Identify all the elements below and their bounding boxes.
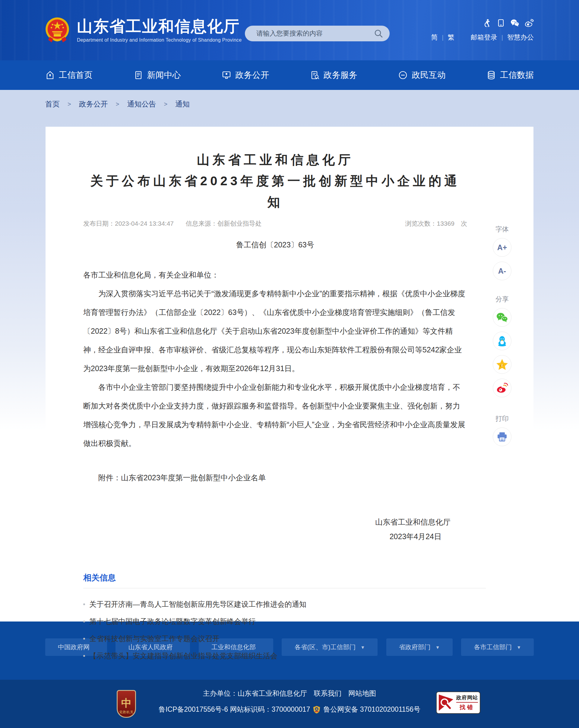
- nav-item-home[interactable]: 工信首页: [45, 70, 92, 81]
- search-icon: [374, 29, 383, 38]
- nav-label: 工信首页: [59, 70, 92, 81]
- bullet-icon: [83, 603, 85, 605]
- smart-office-link[interactable]: 智慧办公: [507, 33, 534, 42]
- page-title: 山东省工业和信息化厅 关于公布山东省2023年度第一批创新型中小企业的通知: [83, 149, 467, 213]
- font-decrease-button[interactable]: A-: [493, 262, 512, 280]
- nav-label: 政务公开: [235, 70, 269, 81]
- related-info-text: 第十七届中国电子政务论坛暨数字变革创新峰会举行: [89, 617, 256, 626]
- print-button[interactable]: [493, 427, 512, 446]
- nav-label: 工信数据: [500, 70, 534, 81]
- nav-item-disclosure[interactable]: 政务公开: [222, 70, 269, 81]
- error-report-magnifier-icon: [438, 694, 454, 711]
- related-info-link[interactable]: 【示范带头】安文建指导创新创业指导处党支部组织生活会: [83, 647, 486, 664]
- footer-center: 主办单位：山东省工业和信息化厅 联系我们 网站地图 鲁ICP备20017556号…: [0, 689, 579, 714]
- icp-record: 鲁ICP备20017556号-6 网站标识码：3700000017: [159, 705, 310, 714]
- signature-date: 2023年4月24日: [83, 529, 450, 544]
- page-background: 山东省工业和信息化厅 关于公布山东省2023年度第一批创新型中小企业的通知 发布…: [0, 118, 579, 622]
- share-qzone-button[interactable]: z: [493, 355, 512, 374]
- share-qq-button[interactable]: [493, 332, 512, 350]
- font-increase-button[interactable]: A+: [493, 238, 512, 257]
- bullet-icon: [83, 655, 85, 657]
- nav-item-interaction[interactable]: 政民互动: [398, 70, 445, 81]
- breadcrumb-separator: >: [67, 101, 71, 108]
- nav-item-news[interactable]: 新闻中心: [134, 70, 181, 81]
- breadcrumb-bar: 首页 > 政务公开 > 通知公告 > 通知: [0, 90, 579, 118]
- share-tools-label: 分享: [495, 295, 509, 304]
- article-card: 山东省工业和信息化厅 关于公布山东省2023年度第一批创新型中小企业的通知 发布…: [46, 127, 533, 612]
- related-info-link[interactable]: 全省科技创新与实验室工作专题会议召开: [83, 630, 486, 647]
- article-meta: 发布日期：2023-04-24 13:34:47 信息来源：创新创业指导处 浏览…: [83, 219, 467, 228]
- bullet-icon: [83, 621, 85, 622]
- sitemap-link[interactable]: 网站地图: [348, 690, 376, 697]
- breadcrumb: 首页 > 政务公开 > 通知公告 > 通知: [45, 99, 190, 109]
- chevron-down-icon: ▼: [517, 645, 521, 650]
- nav-item-data[interactable]: 工信数据: [487, 70, 534, 81]
- site-title-en: Department of Industry and Information T…: [77, 37, 242, 43]
- footer-info-band: 中 党政机关 主办单位：山东省工业和信息化厅 联系我们 网站地图 鲁ICP备20…: [0, 680, 579, 728]
- gov-site-error-report-badge[interactable]: 政府网站 找错: [436, 692, 480, 714]
- error-badge-action: 找错: [460, 704, 475, 711]
- mobile-icon[interactable]: [497, 19, 505, 27]
- breadcrumb-disclosure[interactable]: 政务公开: [79, 99, 108, 109]
- divider: |: [501, 34, 503, 41]
- signature-agency: 山东省工业和信息化厅: [83, 515, 450, 529]
- info-source: 信息来源：创新创业指导处: [186, 220, 262, 227]
- share-weibo-button[interactable]: [493, 379, 512, 397]
- font-tools-label: 字体: [495, 225, 509, 234]
- breadcrumb-notice[interactable]: 通知: [175, 99, 190, 109]
- lang-traditional-link[interactable]: 繁: [448, 33, 454, 42]
- qzone-share-icon: z: [496, 359, 508, 370]
- svg-text:z: z: [501, 363, 503, 367]
- signature-block: 山东省工业和信息化厅 2023年4月24日: [83, 515, 467, 544]
- title-line2: 关于公布山东省2023年度第一批创新型中小企业的通知: [83, 171, 467, 213]
- share-wechat-button[interactable]: [493, 308, 512, 327]
- search-input[interactable]: [245, 26, 390, 41]
- view-count: 浏览次数：13369 次: [405, 220, 467, 227]
- nav-item-service[interactable]: 政务服务: [310, 70, 357, 81]
- lang-simplified-link[interactable]: 简: [431, 33, 438, 42]
- nav-label: 政务服务: [324, 70, 357, 81]
- main-nav: 工信首页 新闻中心 政务公开: [0, 60, 579, 90]
- contact-link[interactable]: 联系我们: [314, 690, 342, 697]
- related-info-title: 相关信息: [83, 572, 486, 583]
- related-info-link[interactable]: 关于召开济南—青岛人工智能创新应用先导区建设工作推进会的通知: [83, 596, 486, 613]
- doc-search-icon: [310, 70, 320, 80]
- paragraph: 为深入贯彻落实习近平总书记关于“激发涌现更多专精特新中小企业”的重要指示精神，根…: [83, 284, 467, 378]
- accessibility-icon[interactable]: [484, 19, 492, 27]
- site-header: 山东省工业和信息化厅 Department of Industry and In…: [0, 0, 579, 60]
- site-brand[interactable]: 山东省工业和信息化厅 Department of Industry and In…: [44, 17, 242, 44]
- database-icon: [487, 70, 496, 80]
- error-badge-title: 政府网站: [456, 694, 478, 703]
- search-button[interactable]: [374, 29, 383, 38]
- site-title: 山东省工业和信息化厅: [77, 18, 242, 35]
- chat-icon: [398, 70, 408, 80]
- breadcrumb-announcements[interactable]: 通知公告: [127, 99, 156, 109]
- related-info-link[interactable]: 第十七届中国电子政务论坛暨数字变革创新峰会举行: [83, 613, 486, 630]
- breadcrumb-separator: >: [116, 101, 119, 108]
- salutation: 各市工业和信息化局，有关企业和单位：: [83, 265, 467, 284]
- news-icon: [134, 70, 143, 80]
- nav-label: 政民互动: [412, 70, 445, 81]
- breadcrumb-home[interactable]: 首页: [45, 99, 60, 109]
- home-icon: [45, 70, 55, 80]
- article-body: 各市工业和信息化局，有关企业和单位： 为深入贯彻落实习近平总书记关于“激发涌现更…: [83, 265, 467, 452]
- wechat-icon[interactable]: [510, 19, 519, 27]
- public-security-record-link[interactable]: 鲁公网安备 37010202001156号: [323, 705, 420, 714]
- police-badge-icon: [313, 706, 320, 713]
- qq-share-icon: [497, 335, 507, 347]
- related-info-text: 【示范带头】安文建指导创新创业指导处党支部组织生活会: [89, 651, 277, 661]
- attachment-link[interactable]: 附件：山东省2023年度第一批创新型中小企业名单: [83, 468, 467, 487]
- related-info-text: 全省科技创新与实验室工作专题会议召开: [89, 634, 220, 644]
- weibo-icon[interactable]: [525, 19, 534, 27]
- bullet-icon: [83, 638, 85, 640]
- monitor-icon: [222, 70, 231, 80]
- document-number: 鲁工信创〔2023〕63号: [83, 240, 467, 250]
- publish-date: 发布日期：2023-04-24 13:34:47: [83, 220, 174, 227]
- weibo-share-icon: [496, 383, 508, 393]
- wechat-share-icon: [496, 312, 508, 322]
- mail-login-link[interactable]: 邮箱登录: [471, 33, 497, 42]
- related-info-list: 关于召开济南—青岛人工智能创新应用先导区建设工作推进会的通知 第十七届中国电子政…: [83, 596, 486, 664]
- breadcrumb-separator: >: [164, 101, 167, 108]
- national-emblem-icon: [44, 17, 70, 44]
- paragraph: 各市中小企业主管部门要坚持围绕提升中小企业创新能力和专业化水平，积极开展优质中小…: [83, 378, 467, 452]
